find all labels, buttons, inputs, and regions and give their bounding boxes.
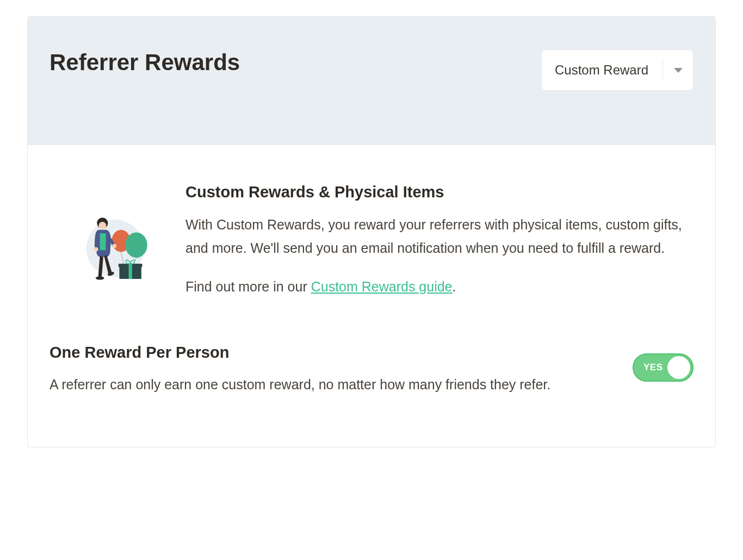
chevron-down-icon <box>674 68 683 73</box>
toggle-state-label: YES <box>643 362 663 373</box>
setting-text: One Reward Per Person A referrer can onl… <box>49 344 611 393</box>
intro-link-line: Find out more in our Custom Rewards guid… <box>185 279 694 295</box>
reward-type-caret-wrap <box>662 59 693 81</box>
svg-rect-7 <box>129 264 132 279</box>
card-body: Custom Rewards & Physical Items With Cus… <box>28 145 715 447</box>
referrer-rewards-card: Referrer Rewards Custom Reward <box>27 16 716 447</box>
toggle-knob <box>667 356 690 379</box>
custom-rewards-illustration <box>49 183 158 292</box>
card-header: Referrer Rewards Custom Reward <box>28 17 715 145</box>
one-reward-setting-row: One Reward Per Person A referrer can onl… <box>49 344 694 393</box>
reward-type-selected-label: Custom Reward <box>555 63 662 78</box>
intro-row: Custom Rewards & Physical Items With Cus… <box>49 183 694 295</box>
svg-point-2 <box>125 232 147 258</box>
setting-description: A referrer can only earn one custom rewa… <box>49 377 611 393</box>
svg-rect-10 <box>100 233 106 250</box>
page-title: Referrer Rewards <box>49 49 240 76</box>
svg-point-9 <box>98 222 106 229</box>
svg-point-12 <box>112 244 116 248</box>
setting-heading: One Reward Per Person <box>49 344 611 362</box>
svg-point-13 <box>96 276 104 279</box>
intro-link-prefix: Find out more in our <box>185 279 311 294</box>
custom-rewards-guide-link[interactable]: Custom Rewards guide <box>311 279 453 294</box>
one-reward-toggle[interactable]: YES <box>633 353 694 382</box>
intro-heading: Custom Rewards & Physical Items <box>185 183 694 201</box>
intro-text: Custom Rewards & Physical Items With Cus… <box>185 183 694 295</box>
svg-point-11 <box>94 247 98 252</box>
person-balloons-gift-icon <box>82 205 158 292</box>
intro-link-suffix: . <box>453 279 456 294</box>
intro-description: With Custom Rewards, you reward your ref… <box>185 213 694 259</box>
reward-type-select[interactable]: Custom Reward <box>541 49 694 91</box>
